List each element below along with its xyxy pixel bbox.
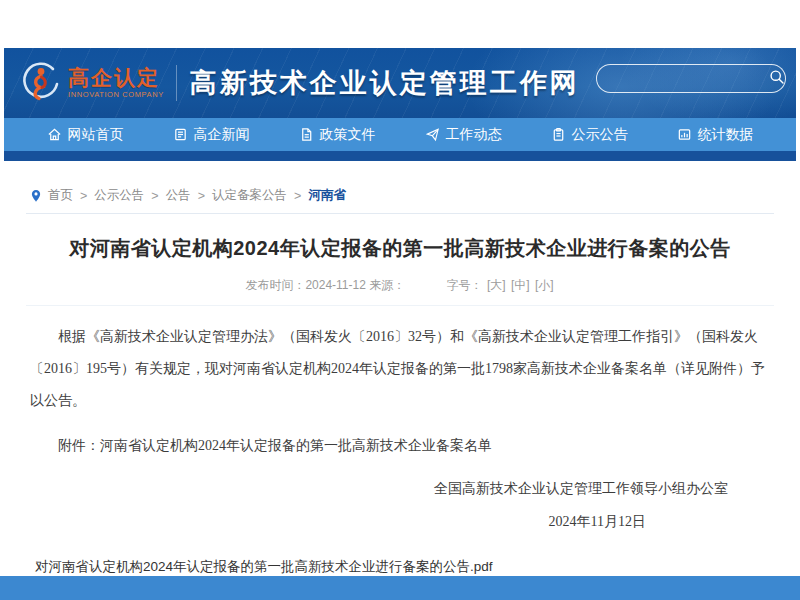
home-icon: [47, 127, 62, 142]
search-input[interactable]: [597, 65, 768, 92]
nav-item-notices[interactable]: 公示公告: [551, 126, 628, 144]
main-nav: 网站首页 高企新闻 政策文件 工作动态: [4, 118, 796, 151]
source-label: 来源：: [369, 278, 405, 292]
breadcrumb-separator: >: [294, 189, 301, 203]
logo-en-text: INNOVATION COMPANY: [68, 91, 164, 99]
breadcrumb-filing-notices[interactable]: 认定备案公告: [212, 187, 287, 204]
attachment-line: 附件：河南省认定机构2024年认定报备的第一批高新技术企业备案名单: [30, 437, 770, 455]
nav-label: 政策文件: [320, 126, 376, 144]
logo-cn-text: 高企认定: [68, 67, 164, 88]
nav-item-policy[interactable]: 政策文件: [299, 126, 376, 144]
nav-label: 统计数据: [698, 126, 754, 144]
breadcrumb-separator: >: [80, 189, 87, 203]
nav-item-news[interactable]: 高企新闻: [173, 126, 250, 144]
article-meta: 发布时间：2024-11-12 来源： 字号： [大] [中] [小]: [30, 277, 770, 294]
send-icon: [425, 127, 440, 142]
nav-label: 工作动态: [446, 126, 502, 144]
clipboard-icon: [551, 127, 566, 142]
issue-date: 2024年11月12日: [30, 513, 770, 531]
attachment-pdf-link[interactable]: 对河南省认定机构2024年认定报备的第一批高新技术企业进行备案的公告.pdf: [30, 558, 770, 576]
content-area: 首页 > 公示公告 > 公告 > 认定备案公告 > 河南省 对河南省认定机构20…: [0, 161, 800, 576]
publish-time-label: 发布时间：: [245, 278, 305, 292]
site-logo[interactable]: 高企认定 INNOVATION COMPANY: [4, 60, 164, 106]
font-size-label: 字号：: [447, 278, 483, 292]
publish-date: 2024-11-12: [305, 278, 366, 292]
breadcrumb-current-henan: 河南省: [308, 187, 346, 204]
nav-item-updates[interactable]: 工作动态: [425, 126, 502, 144]
nav-label: 网站首页: [68, 126, 124, 144]
article-title: 对河南省认定机构2024年认定报备的第一批高新技术企业进行备案的公告: [30, 235, 770, 262]
site-title: 高新技术企业认定管理工作网: [190, 65, 580, 101]
breadcrumb-separator: >: [198, 189, 205, 203]
policy-file-icon: [299, 127, 314, 142]
font-size-medium-button[interactable]: [中]: [511, 278, 530, 292]
article-paragraph: 根据《高新技术企业认定管理办法》（国科发火〔2016〕32号）和《高新技术企业认…: [30, 321, 770, 418]
nav-label: 公示公告: [572, 126, 628, 144]
breadcrumb-divider: [26, 213, 774, 214]
nav-underline: [4, 151, 796, 161]
font-size-small-button[interactable]: [小]: [535, 278, 554, 292]
location-pin-icon: [30, 189, 42, 203]
font-size-large-button[interactable]: [大]: [487, 278, 506, 292]
search-box[interactable]: [596, 64, 786, 93]
nav-label: 高企新闻: [194, 126, 250, 144]
logo-icon: [20, 60, 62, 106]
chart-icon: [677, 127, 692, 142]
breadcrumb-notices[interactable]: 公示公告: [94, 187, 144, 204]
breadcrumb: 首页 > 公示公告 > 公告 > 认定备案公告 > 河南省: [30, 187, 770, 204]
footer-bar: [0, 576, 800, 600]
search-button[interactable]: [768, 65, 785, 92]
news-icon: [173, 127, 188, 142]
issuer-office: 全国高新技术企业认定管理工作领导小组办公室: [30, 480, 770, 498]
nav-item-statistics[interactable]: 统计数据: [677, 126, 754, 144]
breadcrumb-home[interactable]: 首页: [48, 187, 73, 204]
search-icon: [769, 69, 785, 88]
site-container: 高企认定 INNOVATION COMPANY 高新技术企业认定管理工作网: [4, 48, 796, 161]
breadcrumb-separator: >: [151, 189, 158, 203]
header-divider: [176, 65, 177, 101]
site-header: 高企认定 INNOVATION COMPANY 高新技术企业认定管理工作网: [4, 48, 796, 118]
meta-divider: [26, 305, 774, 306]
breadcrumb-announcement[interactable]: 公告: [166, 187, 191, 204]
nav-item-home[interactable]: 网站首页: [47, 126, 124, 144]
